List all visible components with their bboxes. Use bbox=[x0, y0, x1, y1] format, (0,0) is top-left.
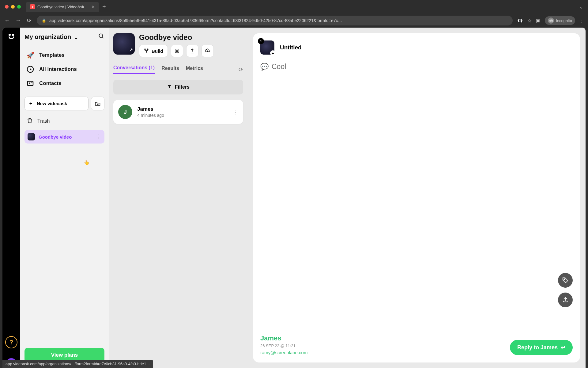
svg-rect-6 bbox=[31, 82, 32, 83]
tabs-overflow-icon[interactable]: ⌄ bbox=[579, 4, 583, 10]
project-thumbnail bbox=[28, 133, 35, 140]
svg-point-5 bbox=[29, 82, 30, 84]
tab-favicon-icon: ▾ bbox=[30, 4, 35, 9]
build-icon bbox=[144, 48, 149, 54]
new-videoask-button[interactable]: ＋ New videoask bbox=[24, 97, 89, 110]
forward-button[interactable]: → bbox=[15, 17, 21, 24]
app-rail: ? 1 bbox=[2, 28, 20, 368]
help-button[interactable]: ? bbox=[5, 336, 17, 348]
trash-label: Trash bbox=[37, 118, 50, 124]
svg-rect-4 bbox=[28, 81, 33, 86]
contact-name[interactable]: James bbox=[260, 334, 307, 342]
contact-date: 26 SEP 22 @ 11:21 bbox=[260, 343, 307, 348]
trash-icon bbox=[26, 117, 33, 125]
step-title: Untitled bbox=[280, 44, 302, 51]
project-menu-icon[interactable]: ⋮ bbox=[96, 133, 101, 140]
contacts-icon bbox=[26, 79, 34, 87]
app-logo-icon[interactable] bbox=[7, 32, 16, 41]
svg-rect-7 bbox=[31, 84, 32, 84]
conversation-menu-icon[interactable]: ⋮ bbox=[233, 109, 238, 115]
organization-selector[interactable]: My organization ⌄ bbox=[24, 33, 79, 41]
videoask-thumbnail[interactable]: ↗ bbox=[113, 33, 135, 55]
address-bar[interactable]: 🔒 app.videoask.com/app/organizations/8b9… bbox=[37, 16, 513, 25]
sidebar-item-templates[interactable]: 🚀 Templates bbox=[24, 48, 104, 62]
svg-line-1 bbox=[102, 37, 104, 38]
download-button[interactable] bbox=[202, 45, 214, 57]
svg-point-0 bbox=[99, 34, 103, 38]
window-minimize-icon[interactable] bbox=[11, 5, 15, 9]
svg-rect-14 bbox=[176, 50, 178, 52]
conversations-panel: ↗ Goodbye video Build bbox=[109, 28, 247, 368]
browser-toolbar: ← → ⟳ 🔒 app.videoask.com/app/organizatio… bbox=[0, 13, 588, 28]
tab-metrics[interactable]: Metrics bbox=[186, 66, 203, 74]
chevron-down-icon: ⌄ bbox=[74, 33, 79, 41]
contacts-label: Contacts bbox=[39, 80, 62, 86]
project-name-label: Goodbye video bbox=[39, 134, 72, 140]
status-bar: app.videoask.com/app/organizations/.../f… bbox=[2, 360, 153, 368]
plus-icon: ＋ bbox=[28, 101, 33, 106]
filters-label: Filters bbox=[175, 84, 190, 90]
sidebar-item-interactions[interactable]: All interactions bbox=[24, 62, 104, 76]
tab-title: Goodbye video | VideoAsk bbox=[37, 5, 84, 9]
step-thumbnail[interactable]: 1 ▶ bbox=[260, 40, 274, 55]
expand-arrow-icon: ↗ bbox=[129, 47, 133, 53]
conversation-name: James bbox=[137, 106, 164, 112]
reply-arrow-icon: ↩ bbox=[561, 344, 565, 351]
url-text: app.videoask.com/app/organizations/8b955… bbox=[49, 18, 342, 23]
contact-email[interactable]: ramy@screenlane.com bbox=[260, 350, 307, 355]
back-button[interactable]: ← bbox=[4, 17, 10, 24]
sidebar: My organization ⌄ 🚀 Templates All intera… bbox=[20, 28, 109, 368]
window-close-icon[interactable] bbox=[5, 5, 9, 9]
refresh-button[interactable]: ⟳ bbox=[239, 66, 243, 73]
interactions-label: All interactions bbox=[39, 66, 77, 72]
browser-tab[interactable]: ▾ Goodbye video | VideoAsk ✕ bbox=[26, 2, 99, 12]
detail-panel: 1 ▶ Untitled 💬 Cool James bbox=[247, 28, 586, 368]
share-button[interactable] bbox=[186, 45, 198, 57]
conversation-item[interactable]: J James 4 minutes ago ⋮ bbox=[113, 100, 243, 124]
svg-rect-13 bbox=[175, 49, 179, 53]
sidebar-item-trash[interactable]: Trash bbox=[24, 114, 104, 128]
play-circle-icon bbox=[26, 65, 34, 73]
organization-label: My organization bbox=[24, 33, 71, 40]
svg-point-10 bbox=[145, 49, 145, 50]
embed-button[interactable] bbox=[171, 45, 183, 57]
message-text: Cool bbox=[272, 63, 286, 71]
tab-results[interactable]: Results bbox=[161, 66, 179, 74]
rocket-icon: 🚀 bbox=[26, 51, 34, 59]
svg-point-11 bbox=[147, 49, 148, 50]
tag-button[interactable] bbox=[558, 273, 573, 288]
new-folder-button[interactable] bbox=[91, 97, 104, 110]
build-button[interactable]: Build bbox=[139, 45, 168, 57]
reload-button[interactable]: ⟳ bbox=[26, 17, 32, 24]
panel-icon[interactable]: ▣ bbox=[536, 18, 541, 24]
new-tab-button[interactable]: + bbox=[102, 3, 106, 10]
new-videoask-label: New videoask bbox=[37, 101, 67, 106]
window-titlebar: ▾ Goodbye video | VideoAsk ✕ + ⌄ bbox=[0, 0, 588, 13]
svg-point-15 bbox=[564, 279, 565, 280]
incognito-badge[interactable]: 🕶 Incognito bbox=[545, 16, 575, 25]
filters-button[interactable]: Filters bbox=[113, 80, 243, 94]
incognito-label: Incognito bbox=[556, 18, 572, 23]
tab-close-icon[interactable]: ✕ bbox=[91, 4, 95, 9]
lock-icon: 🔒 bbox=[42, 18, 46, 23]
incognito-icon: 🕶 bbox=[548, 17, 554, 24]
bookmark-star-icon[interactable]: ☆ bbox=[527, 18, 532, 24]
window-maximize-icon[interactable] bbox=[17, 5, 21, 9]
step-number-badge: 1 bbox=[258, 38, 264, 44]
conversation-time: 4 minutes ago bbox=[137, 113, 164, 118]
eye-off-icon[interactable]: 👁‍🗨 bbox=[517, 18, 523, 24]
videoask-title: Goodbye video bbox=[139, 33, 243, 42]
play-icon: ▶ bbox=[270, 50, 276, 56]
browser-menu-icon[interactable]: ⋮ bbox=[579, 18, 584, 24]
project-item-goodbye-video[interactable]: Goodbye video ⋮ bbox=[24, 130, 104, 144]
sidebar-item-contacts[interactable]: Contacts bbox=[24, 76, 104, 90]
build-label: Build bbox=[152, 48, 163, 54]
reply-button[interactable]: Reply to James ↩ bbox=[510, 340, 573, 355]
message-row: 💬 Cool bbox=[260, 63, 573, 71]
svg-point-12 bbox=[146, 52, 147, 52]
tab-conversations[interactable]: Conversations (1) bbox=[113, 65, 155, 74]
speech-bubble-icon: 💬 bbox=[260, 63, 269, 71]
avatar: J bbox=[118, 105, 132, 119]
search-button[interactable] bbox=[98, 33, 104, 41]
export-button[interactable] bbox=[558, 293, 573, 307]
